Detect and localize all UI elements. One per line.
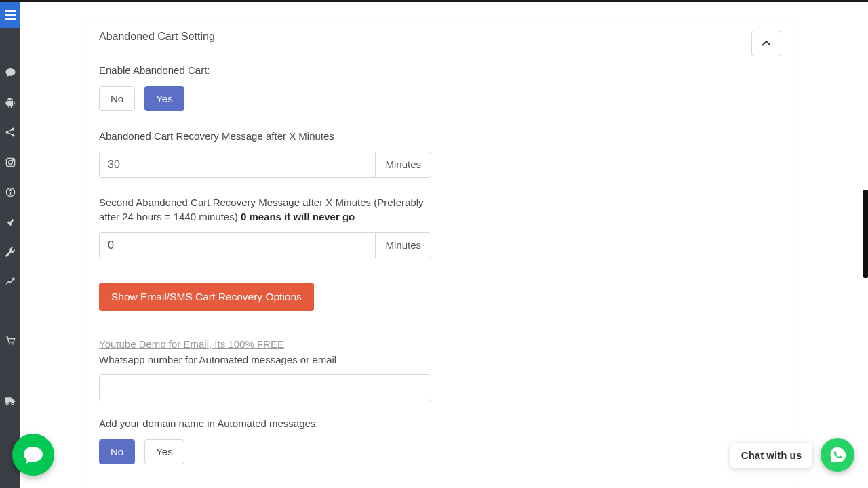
add-domain-toggle: No Yes (99, 439, 431, 464)
first-msg-unit: Minutes (375, 152, 431, 178)
sidebar (0, 2, 20, 488)
enable-no-button[interactable]: No (99, 86, 135, 111)
whatsapp-number-input[interactable] (99, 374, 431, 401)
settings-card: Abandoned Cart Setting Enable Abandoned … (85, 17, 795, 488)
chat-fab[interactable] (12, 434, 54, 476)
sidebar-item-truck[interactable] (0, 386, 20, 415)
chevron-up-icon (761, 40, 772, 47)
sidebar-item-wrench[interactable] (0, 237, 20, 266)
hamburger-icon (5, 10, 16, 20)
page: Abandoned Cart Setting Enable Abandoned … (20, 2, 860, 488)
cart-icon (5, 336, 16, 346)
svg-point-7 (8, 160, 12, 164)
sidebar-item-chat[interactable] (0, 58, 20, 87)
svg-point-3 (12, 128, 14, 131)
whatsapp-widget: Chat with us (730, 438, 854, 472)
svg-rect-0 (5, 10, 16, 12)
whatsapp-button[interactable] (821, 438, 854, 472)
second-msg-group: Minutes (99, 232, 431, 258)
chart-icon (5, 277, 16, 286)
add-domain-label: Add your domain name in Automated messag… (99, 416, 431, 431)
sidebar-item-instagram[interactable] (0, 147, 20, 177)
sidebar-item-pin[interactable] (0, 207, 20, 237)
chat-bubble-icon (23, 445, 43, 464)
chat-icon (5, 68, 16, 77)
instagram-icon (5, 157, 16, 167)
sidebar-item-share[interactable] (0, 117, 20, 147)
first-msg-group: Minutes (99, 152, 431, 178)
enable-yes-button[interactable]: Yes (144, 86, 184, 111)
second-msg-label: Second Abandoned Cart Recovery Message a… (99, 195, 431, 225)
first-msg-label: Abandoned Cart Recovery Message after X … (99, 129, 431, 144)
whatsapp-icon (828, 445, 847, 464)
second-msg-label-bold: 0 means it will never go (241, 211, 355, 222)
sidebar-item-chart[interactable] (0, 266, 20, 296)
svg-point-11 (8, 343, 9, 344)
section-title: Abandoned Cart Setting (99, 30, 781, 43)
sidebar-item-info[interactable] (0, 177, 20, 207)
enable-label: Enable Abandoned Cart: (99, 63, 431, 78)
first-msg-input[interactable] (99, 152, 375, 178)
show-options-button[interactable]: Show Email/SMS Cart Recovery Options (99, 283, 314, 311)
collapse-button[interactable] (751, 30, 781, 56)
sidebar-toggle[interactable] (0, 2, 20, 28)
truck-icon (5, 396, 16, 405)
share-icon (5, 127, 15, 137)
second-msg-unit: Minutes (375, 232, 431, 258)
svg-point-4 (6, 131, 9, 134)
pin-icon (5, 217, 15, 226)
svg-rect-1 (5, 14, 16, 16)
svg-rect-2 (5, 18, 16, 20)
svg-point-10 (9, 189, 11, 190)
second-msg-input[interactable] (99, 232, 375, 258)
svg-point-8 (12, 159, 14, 160)
add-domain-yes-button[interactable]: Yes (144, 439, 184, 464)
chat-with-us-pill[interactable]: Chat with us (730, 443, 812, 468)
info-icon (5, 187, 16, 197)
wrench-icon (5, 247, 16, 257)
enable-toggle: No Yes (99, 86, 431, 111)
sidebar-item-android[interactable] (0, 87, 20, 117)
svg-point-14 (12, 402, 14, 405)
sidebar-item-cart[interactable] (0, 326, 20, 356)
svg-point-5 (12, 134, 14, 136)
svg-point-12 (12, 343, 13, 344)
android-icon (5, 98, 15, 108)
youtube-demo-link[interactable]: Youtube Demo for Email, Its 100% FREE (99, 338, 431, 350)
scrollbar-thumb[interactable] (863, 190, 868, 278)
svg-point-13 (6, 402, 9, 405)
whatsapp-number-label: Whatsapp number for Automated messages o… (99, 352, 431, 367)
add-domain-no-button[interactable]: No (99, 439, 135, 464)
